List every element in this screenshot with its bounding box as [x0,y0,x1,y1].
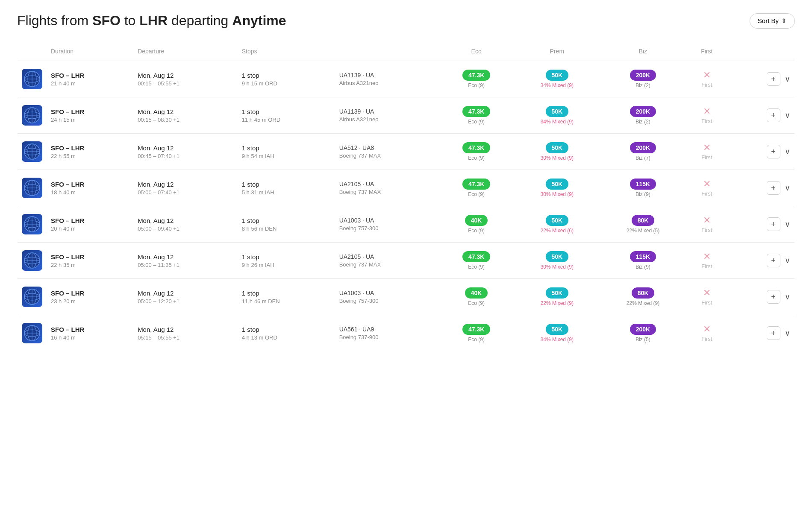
eco-price-badge[interactable]: 47.3K [462,106,490,117]
biz-price-badge[interactable]: 115K [630,251,656,262]
expand-button[interactable]: ∨ [785,111,790,120]
eco-price-badge[interactable]: 47.3K [462,70,490,81]
eco-sub: Eco (9) [468,82,485,88]
actions-cell: + ∨ [728,134,795,170]
add-button[interactable]: + [767,181,780,195]
stops-cell: 1 stop 9 h 26 m IAH [238,243,335,279]
prem-price-badge[interactable]: 50K [546,142,569,153]
prem-price-badge[interactable]: 50K [546,251,569,262]
biz-price-badge[interactable]: 80K [632,215,655,226]
expand-button[interactable]: ∨ [785,328,790,338]
flight-info-cell: UA2105 · UA Boeing 737 MAX [335,243,439,279]
duration-cell: SFO – LHR 18 h 40 m [47,170,133,206]
prem-price-badge[interactable]: 50K [546,70,569,81]
add-button[interactable]: + [767,217,780,231]
airline-logo [22,250,42,271]
eco-price-badge[interactable]: 47.3K [462,142,490,153]
biz-sub: 22% Mixed (9) [627,300,659,306]
airline-logo-cell [18,97,47,134]
biz-price-badge[interactable]: 200K [630,142,656,153]
biz-price-badge[interactable]: 200K [630,106,656,117]
biz-price-badge[interactable]: 115K [630,179,656,190]
add-button[interactable]: + [767,290,780,304]
biz-cell: 200K Biz (5) [600,315,686,351]
eco-price-badge[interactable]: 47.3K [462,251,490,262]
sort-button[interactable]: Sort By ⇕ [750,13,795,29]
flight-info-cell: UA2105 · UA Boeing 737 MAX [335,170,439,206]
prem-price-badge[interactable]: 50K [546,215,569,226]
stops-count: 1 stop [242,108,331,115]
stops-detail: 11 h 45 m ORD [242,117,331,123]
stops-detail: 9 h 15 m ORD [242,80,331,87]
biz-sub: Biz (2) [635,82,650,88]
stops-count: 1 stop [242,326,331,333]
duration-cell: SFO – LHR 21 h 40 m [47,61,133,97]
airline-logo-cell [18,243,47,279]
add-button[interactable]: + [767,108,780,122]
departure-cell: Mon, Aug 12 05:15 – 05:55 +1 [133,315,238,351]
first-unavailable-icon: ✕ [690,325,724,334]
expand-button[interactable]: ∨ [785,147,790,156]
prem-cell: 50K 22% Mixed (9) [514,279,600,315]
prem-price-badge[interactable]: 50K [546,324,569,335]
expand-button[interactable]: ∨ [785,220,790,229]
prem-sub: 30% Mixed (9) [541,264,574,270]
expand-button[interactable]: ∨ [785,256,790,265]
first-cell: ✕ First [686,315,728,351]
expand-button[interactable]: ∨ [785,74,790,84]
eco-wrap: 40K Eco (9) [443,215,509,234]
dep-date: Mon, Aug 12 [138,144,233,152]
table-row: SFO – LHR 22 h 35 m Mon, Aug 12 05:00 – … [18,243,795,279]
stops-cell: 1 stop 11 h 46 m DEN [238,279,335,315]
airline-logo-cell [18,170,47,206]
eco-cell: 40K Eco (9) [438,206,514,243]
add-button[interactable]: + [767,72,780,86]
biz-cell: 115K Biz (9) [600,243,686,279]
biz-price-badge[interactable]: 200K [630,70,656,81]
add-button[interactable]: + [767,326,780,340]
biz-sub: Biz (9) [635,264,650,270]
prem-sub: 30% Mixed (9) [541,191,574,197]
eco-price-badge[interactable]: 47.3K [462,324,490,335]
duration-cell: SFO – LHR 22 h 35 m [47,243,133,279]
dep-time: 05:00 – 12:20 +1 [138,298,233,304]
biz-wrap: 115K Biz (9) [604,251,682,270]
duration-cell: SFO – LHR 22 h 55 m [47,134,133,170]
prem-price-badge[interactable]: 50K [546,106,569,117]
add-button[interactable]: + [767,254,780,267]
biz-wrap: 200K Biz (2) [604,106,682,125]
eco-wrap: 47.3K Eco (9) [443,251,509,270]
biz-price-badge[interactable]: 80K [632,287,655,299]
prem-sub: 34% Mixed (9) [541,119,574,125]
prem-sub: 30% Mixed (9) [541,155,574,161]
col-logo [18,42,47,61]
aircraft: Airbus A321neo [339,116,435,123]
airline-logo-cell [18,134,47,170]
prem-cell: 50K 30% Mixed (9) [514,170,600,206]
prem-sub: 34% Mixed (9) [541,82,574,88]
eco-price-badge[interactable]: 40K [465,215,488,226]
stops-detail: 9 h 26 m IAH [242,262,331,268]
eco-price-badge[interactable]: 47.3K [462,179,490,190]
prem-price-badge[interactable]: 50K [546,179,569,190]
add-button[interactable]: + [767,145,780,158]
departure-cell: Mon, Aug 12 00:15 – 05:55 +1 [133,61,238,97]
departure-cell: Mon, Aug 12 05:00 – 07:40 +1 [133,170,238,206]
expand-button[interactable]: ∨ [785,183,790,193]
eco-price-badge[interactable]: 40K [465,287,488,299]
flights-table: Duration Departure Stops Eco Prem Biz Fi… [17,41,795,351]
prem-price-badge[interactable]: 50K [546,287,569,299]
duration-cell: SFO – LHR 23 h 20 m [47,279,133,315]
first-unavailable-icon: ✕ [690,252,724,261]
biz-cell: 80K 22% Mixed (5) [600,206,686,243]
dep-date: Mon, Aug 12 [138,217,233,224]
stops-count: 1 stop [242,253,331,261]
first-cell: ✕ First [686,243,728,279]
airline-logo [22,69,42,89]
biz-price-badge[interactable]: 200K [630,324,656,335]
first-label: First [690,190,724,197]
stops-cell: 1 stop 8 h 56 m DEN [238,206,335,243]
flight-info-cell: UA1139 · UA Airbus A321neo [335,61,439,97]
expand-button[interactable]: ∨ [785,292,790,302]
eco-wrap: 47.3K Eco (9) [443,324,509,343]
